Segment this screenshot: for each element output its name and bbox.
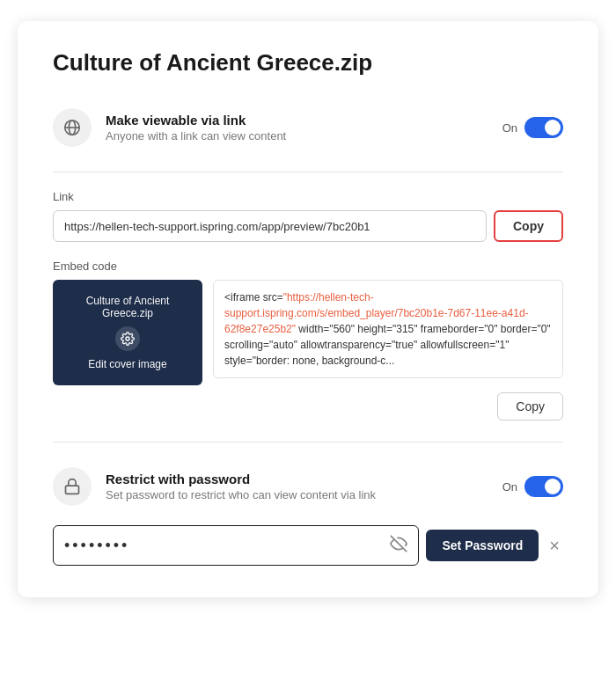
lock-icon-wrap <box>53 467 92 506</box>
link-section: Link Copy <box>53 190 563 242</box>
make-viewable-text: Make viewable via link Anyone with a lin… <box>106 113 488 143</box>
password-text: Restrict with password Set password to r… <box>106 472 488 501</box>
make-viewable-toggle[interactable] <box>524 117 563 138</box>
embed-label: Embed code <box>53 260 563 273</box>
password-toggle-label: On <box>502 480 517 494</box>
gear-circle <box>115 326 140 351</box>
password-feature-row: Restrict with password Set password to r… <box>53 460 563 513</box>
password-title: Restrict with password <box>106 472 488 486</box>
password-input-row: •••••••• Set Password × <box>53 525 563 566</box>
embed-code-box: <iframe src="https://hellen-tech-support… <box>213 280 563 378</box>
embed-thumbnail: Culture of Ancient Greece.zip Edit cover… <box>53 280 202 385</box>
make-viewable-toggle-group: On <box>502 117 563 138</box>
embed-thumb-edit-label[interactable]: Edit cover image <box>88 358 166 370</box>
embed-code-column: <iframe src="https://hellen-tech-support… <box>213 280 563 421</box>
make-viewable-toggle-label: On <box>502 121 517 135</box>
gear-icon <box>121 332 135 346</box>
password-section: Restrict with password Set password to r… <box>53 460 563 566</box>
lock-icon <box>63 478 81 495</box>
make-viewable-title: Make viewable via link <box>106 113 488 128</box>
link-copy-button[interactable]: Copy <box>494 210 563 242</box>
main-card: Culture of Ancient Greece.zip Make viewa… <box>18 21 598 597</box>
password-toggle-group: On <box>502 476 563 497</box>
globe-icon-wrap <box>53 108 92 147</box>
set-password-button[interactable]: Set Password <box>426 530 539 561</box>
embed-row: Culture of Ancient Greece.zip Edit cover… <box>53 280 563 421</box>
password-input-wrap: •••••••• <box>53 525 419 566</box>
page-title: Culture of Ancient Greece.zip <box>53 49 563 77</box>
link-row: Copy <box>53 210 563 242</box>
link-input[interactable] <box>53 210 487 242</box>
embed-copy-button[interactable]: Copy <box>497 392 563 421</box>
embed-code-tag-open: <iframe src= <box>224 291 283 304</box>
clear-password-button[interactable]: × <box>546 533 563 558</box>
password-subtitle: Set password to restrict who can view co… <box>106 488 488 501</box>
globe-icon <box>62 118 82 137</box>
embed-section: Embed code Culture of Ancient Greece.zip… <box>53 260 563 421</box>
make-viewable-row: Make viewable via link Anyone with a lin… <box>53 101 563 154</box>
svg-rect-4 <box>66 486 79 494</box>
divider-2 <box>53 442 563 443</box>
svg-point-3 <box>126 337 129 340</box>
divider-1 <box>53 172 563 172</box>
eye-slash-icon[interactable] <box>390 535 407 556</box>
embed-copy-row: Copy <box>213 385 563 421</box>
link-label: Link <box>53 190 563 203</box>
make-viewable-subtitle: Anyone with a link can view content <box>106 129 488 143</box>
password-toggle[interactable] <box>524 476 563 497</box>
password-dots: •••••••• <box>64 537 383 555</box>
embed-thumb-title: Culture of Ancient Greece.zip <box>53 295 202 319</box>
